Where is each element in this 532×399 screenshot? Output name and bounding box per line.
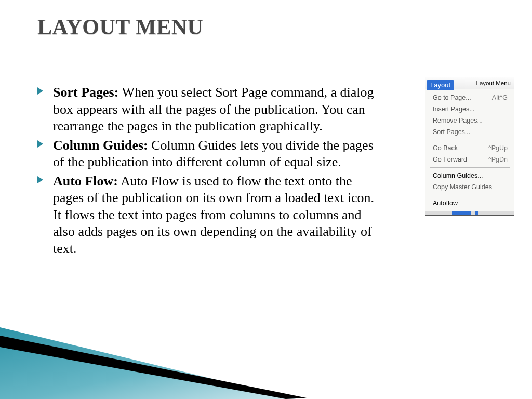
list-item: Column Guides: Column Guides lets you di…	[37, 137, 385, 171]
menu-body: Go to Page... Alt^G Insert Pages... Remo…	[425, 89, 514, 211]
menu-separator	[430, 195, 510, 195]
menu-item-insert-pages[interactable]: Insert Pages...	[425, 103, 514, 115]
menu-item-label: Go to Page...	[433, 94, 471, 101]
menu-item-shortcut: Alt^G	[492, 94, 508, 101]
menu-item-label: Autoflow	[433, 200, 458, 207]
menu-item-copy-master-guides[interactable]: Copy Master Guides	[425, 181, 514, 193]
menu-tab-layout[interactable]: Layout	[427, 80, 454, 90]
menu-footer-strip	[425, 211, 514, 215]
menu-item-go-back[interactable]: Go Back ^PgUp	[425, 142, 514, 154]
svg-marker-0	[0, 327, 296, 399]
bullet-icon	[37, 173, 53, 258]
menu-item-go-forward[interactable]: Go Forward ^PgDn	[425, 154, 514, 165]
bullet-bold: Auto Flow:	[53, 174, 118, 189]
menu-item-label: Insert Pages...	[433, 105, 475, 113]
bullet-bold: Column Guides:	[53, 138, 148, 153]
menu-caption: Layout Menu	[476, 79, 511, 86]
list-item: Sort Pages: When you select Sort Page co…	[37, 84, 385, 135]
list-item: Auto Flow: Auto Flow is used to flow the…	[37, 173, 385, 258]
svg-marker-1	[0, 336, 307, 399]
menu-item-column-guides[interactable]: Column Guides...	[425, 170, 514, 181]
bullet-icon	[37, 84, 53, 135]
menu-item-label: Sort Pages...	[433, 128, 470, 136]
menu-item-remove-pages[interactable]: Remove Pages...	[425, 115, 514, 126]
bullet-list: Sort Pages: When you select Sort Page co…	[37, 84, 385, 259]
layout-menu-figure: Layout Layout Menu Go to Page... Alt^G I…	[425, 77, 514, 216]
menu-item-sort-pages[interactable]: Sort Pages...	[425, 126, 514, 138]
menu-separator	[430, 167, 510, 168]
bullet-bold: Sort Pages:	[53, 85, 118, 100]
menu-separator	[430, 140, 510, 140]
menu-item-autoflow[interactable]: Autoflow	[425, 197, 514, 209]
bullet-text: Column Guides: Column Guides lets you di…	[53, 137, 385, 171]
menu-item-label: Go Back	[433, 144, 458, 152]
menu-item-label: Column Guides...	[433, 172, 483, 179]
bullet-text: Auto Flow: Auto Flow is used to flow the…	[53, 173, 385, 258]
menu-item-shortcut: ^PgDn	[488, 156, 508, 163]
menu-header: Layout Layout Menu	[425, 77, 514, 89]
bullet-icon	[37, 137, 53, 171]
menu-item-shortcut: ^PgUp	[488, 144, 508, 152]
bullet-text: Sort Pages: When you select Sort Page co…	[53, 84, 385, 135]
menu-item-label: Copy Master Guides	[433, 183, 492, 191]
menu-item-label: Go Forward	[433, 156, 467, 163]
bg-triangle	[0, 285, 322, 399]
menu-item-label: Remove Pages...	[433, 117, 483, 124]
bg-line	[0, 285, 322, 399]
menu-item-goto-page[interactable]: Go to Page... Alt^G	[425, 92, 514, 103]
page-title: LAYOUT MENU	[37, 15, 203, 39]
